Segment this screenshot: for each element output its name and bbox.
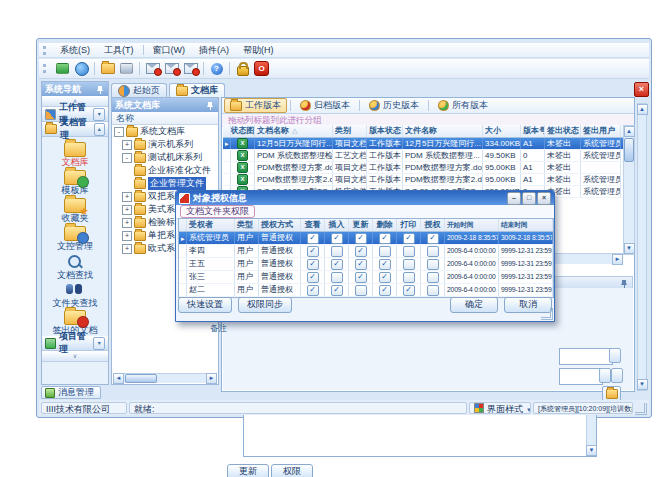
update-checkbox[interactable] — [355, 272, 367, 283]
column-header[interactable]: 查看 — [301, 219, 325, 231]
chevron-down-icon[interactable]: ▾ — [93, 337, 105, 350]
close-button[interactable]: × — [537, 192, 551, 205]
insert-checkbox[interactable] — [331, 285, 343, 296]
pin-icon[interactable] — [620, 279, 629, 288]
authorization-row[interactable]: ▸ 系统管理员 用户 普通授权 2009-2-18 8:35:57 3009-2… — [179, 232, 553, 245]
detail-field-1[interactable] — [559, 348, 613, 365]
expand-icon[interactable] — [122, 218, 132, 228]
nav-section-project[interactable]: 项目管理 ▾ — [42, 336, 108, 351]
resize-grip[interactable] — [635, 403, 647, 415]
field-2-extra-button[interactable] — [611, 368, 623, 383]
scroll-up-icon[interactable]: ▲ — [624, 126, 635, 137]
permission-sync-button[interactable]: 权限同步 — [238, 297, 292, 313]
nav-item-doc-search[interactable]: 文档查找 — [42, 252, 108, 280]
tree-node-root[interactable]: 系统文档库 — [112, 125, 218, 138]
pin-icon[interactable] — [96, 85, 105, 94]
authorization-row[interactable]: 张三 用户 普通授权 2009-6-4 0:00:00 9999-12-31 2… — [179, 271, 553, 284]
column-header[interactable]: 授权 — [421, 219, 445, 231]
grant-checkbox[interactable] — [427, 233, 439, 244]
update-button[interactable]: 更新 — [227, 464, 269, 477]
insert-checkbox[interactable] — [331, 272, 343, 283]
menu-system[interactable]: 系统(S) — [53, 43, 97, 58]
globe-button[interactable] — [72, 60, 91, 77]
pin-icon[interactable] — [206, 101, 215, 110]
view-checkbox[interactable] — [307, 285, 319, 296]
column-header[interactable]: 受权者 — [187, 219, 235, 231]
collapse-icon[interactable] — [122, 153, 132, 163]
nav-section-documents[interactable]: 文档管理 ▴ — [42, 122, 108, 137]
expand-icon[interactable] — [122, 205, 132, 215]
ok-button[interactable]: 确定 — [450, 297, 498, 313]
column-header[interactable]: 签出用户 — [581, 125, 621, 137]
column-header[interactable]: 版本号 — [521, 125, 545, 137]
detail-field-2[interactable] — [559, 368, 603, 385]
network-button[interactable] — [53, 60, 72, 77]
delete-checkbox[interactable] — [379, 285, 391, 296]
expand-icon[interactable] — [122, 244, 132, 254]
scroll-left-icon[interactable]: ◄ — [113, 373, 124, 384]
version-tab-history[interactable]: 历史版本 — [363, 98, 425, 113]
folder-button[interactable] — [98, 60, 117, 77]
expand-icon[interactable] — [122, 192, 132, 202]
lock-button[interactable] — [233, 60, 252, 77]
table-row[interactable]: PDM数据整理方案.doc 项目文档 工作版本 PDM数据整理方案.doc 95… — [223, 162, 623, 174]
delete-checkbox[interactable] — [379, 246, 391, 257]
view-checkbox[interactable] — [307, 246, 319, 257]
nav-item-folder-search[interactable]: 文件夹查找 — [42, 280, 108, 308]
tree-name-column-header[interactable]: 名称 — [112, 112, 218, 125]
menu-window[interactable]: 窗口(W) — [146, 43, 193, 58]
expand-icon[interactable] — [122, 140, 132, 150]
exit-button[interactable] — [252, 60, 271, 77]
view-checkbox[interactable] — [307, 233, 319, 244]
print-checkbox[interactable] — [403, 272, 415, 283]
menu-help[interactable]: 帮助(H) — [236, 43, 281, 58]
print-checkbox[interactable] — [403, 285, 415, 296]
update-checkbox[interactable] — [355, 285, 367, 296]
table-vertical-scrollbar[interactable]: ▲ ▼ — [623, 125, 635, 255]
scroll-up-icon[interactable]: ▲ — [637, 104, 648, 115]
tree-node-selected[interactable]: 企业管理文件 — [112, 177, 218, 190]
nav-item-favorites[interactable]: 收藏夹 — [42, 196, 108, 224]
maximize-button[interactable]: □ — [522, 192, 536, 205]
update-checkbox[interactable] — [355, 246, 367, 257]
minimize-button[interactable]: – — [507, 192, 521, 205]
column-header[interactable]: 更新 — [349, 219, 373, 231]
delete-checkbox[interactable] — [379, 272, 391, 283]
content-vertical-scrollbar[interactable]: ▲ ▼ — [637, 103, 647, 391]
print-checkbox[interactable] — [403, 233, 415, 244]
authorization-row[interactable]: 李四 用户 普通授权 2009-6-4 0:00:00 9999-12-31 2… — [179, 245, 553, 258]
message-button-3[interactable] — [181, 60, 200, 77]
scroll-down-icon[interactable]: ▼ — [624, 243, 635, 254]
print-checkbox[interactable] — [403, 259, 415, 270]
expand-icon[interactable] — [122, 231, 132, 241]
insert-checkbox[interactable] — [331, 246, 343, 257]
field-1-picker-button[interactable] — [609, 348, 621, 363]
tab-start-page[interactable]: 起始页 — [111, 83, 167, 97]
nav-item-template-library[interactable]: 模板库 — [42, 168, 108, 196]
authorization-row[interactable]: 王五 用户 普通授权 2009-6-4 0:00:00 9999-12-31 2… — [179, 258, 553, 271]
dialog-resize-grip[interactable] — [541, 308, 553, 320]
nav-item-doc-control[interactable]: 文控管理 — [42, 224, 108, 252]
column-header[interactable]: 插入 — [325, 219, 349, 231]
nav-item-document-library[interactable]: 文档库 — [42, 140, 108, 168]
scrollbar-thumb[interactable] — [125, 374, 157, 383]
message-button-2[interactable] — [162, 60, 181, 77]
version-tab-all[interactable]: 所有版本 — [432, 98, 494, 113]
delete-checkbox[interactable] — [379, 233, 391, 244]
print-checkbox[interactable] — [403, 246, 415, 257]
tree-node[interactable]: 测试机床系列 — [112, 151, 218, 164]
view-checkbox[interactable] — [307, 259, 319, 270]
permission-button[interactable]: 权限 — [271, 464, 313, 477]
chevron-down-icon[interactable]: ▾ — [93, 108, 105, 121]
field-2-picker-button[interactable] — [599, 368, 611, 383]
close-tab-button[interactable] — [634, 82, 649, 97]
menu-plugins[interactable]: 插件(A) — [192, 43, 236, 58]
ui-style-dropdown[interactable]: 界面样式▼ — [469, 402, 531, 414]
column-header[interactable]: 状态图 — [231, 125, 255, 137]
drive-button[interactable] — [117, 60, 136, 77]
authorization-row[interactable]: 赵二 用户 普通授权 2009-6-4 0:00:00 9999-12-31 2… — [179, 284, 553, 297]
scroll-down-icon[interactable]: ▼ — [586, 445, 597, 456]
version-tab-working[interactable]: 工作版本 — [224, 98, 287, 113]
column-header[interactable]: 授权方式 — [259, 219, 301, 231]
column-header[interactable]: 大小 — [483, 125, 521, 137]
